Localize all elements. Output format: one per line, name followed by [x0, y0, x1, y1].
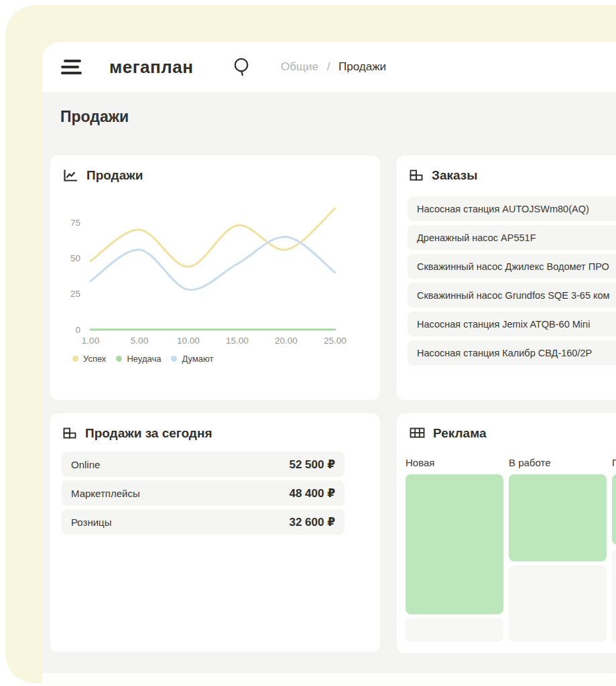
legend-item: Успех	[72, 354, 106, 364]
legend-label: Успех	[83, 354, 106, 364]
breadcrumb-separator: /	[327, 60, 330, 73]
order-list-item[interactable]: Насосная станция AUTOJSWm80(AQ)	[408, 196, 616, 221]
app-window: мегаплан Общие / Продажи Продажи Продажи…	[42, 42, 616, 686]
sales-line-chart: 02550751.005.0010.0015.0020.0025.00	[50, 192, 380, 352]
ads-column: П	[612, 457, 616, 646]
sales-today-row[interactable]: Розницы32 600 ₽	[62, 509, 345, 535]
sales-today-row[interactable]: Online52 500 ₽	[62, 452, 345, 477]
sales-today-card: Продажи за сегодня Online52 500 ₽Маркетп…	[50, 413, 380, 652]
axis-tick-label: 1.00	[82, 336, 99, 346]
axis-tick-label: 20.00	[275, 336, 298, 346]
sales-amount-value: 48 400 ₽	[289, 486, 335, 500]
ads-card-header: Реклама	[397, 413, 616, 441]
axis-tick-label: 50	[70, 253, 80, 263]
order-list-item[interactable]: Скважинный насос Джилекс Водомет ПРО	[408, 254, 616, 279]
legend-color-dot	[116, 356, 122, 362]
breadcrumb-parent[interactable]: Общие	[281, 60, 318, 73]
page-title: Продажи	[60, 108, 129, 126]
axis-tick-label: 0	[75, 325, 80, 335]
legend-label: Неудача	[127, 354, 161, 364]
sales-channel-label: Маркетплейсы	[71, 488, 140, 499]
order-list-item[interactable]: Насосная станция Jemix ATQB-60 Mini	[408, 312, 616, 336]
search-icon[interactable]	[232, 56, 253, 78]
ads-column-header: П	[612, 457, 616, 469]
legend-item: Неудача	[116, 354, 161, 364]
axis-tick-label: 75	[70, 218, 80, 228]
ads-column-header: В работе	[509, 457, 607, 469]
chart-series-Успех	[90, 208, 335, 267]
sales-today-row[interactable]: Маркетплейсы48 400 ₽	[62, 480, 345, 506]
kanban-icon	[408, 425, 426, 441]
axis-tick-label: 25	[70, 289, 80, 299]
card-title: Заказы	[432, 168, 477, 183]
order-item-label: Насосная станция Jemix ATQB-60 Mini	[417, 319, 590, 330]
axis-tick-label: 5.00	[131, 336, 148, 346]
orders-list: Насосная станция AUTOJSWm80(AQ)Дренажный…	[397, 184, 616, 365]
breadcrumb: Общие / Продажи	[281, 60, 386, 74]
sales-chart-card-header: Продажи	[50, 155, 380, 184]
order-item-label: Насосная станция Калибр СВД-160/2P	[417, 348, 592, 358]
sales-today-list: Online52 500 ₽Маркетплейсы48 400 ₽Розниц…	[50, 441, 345, 535]
card-title: Реклама	[433, 426, 487, 441]
app-header: мегаплан Общие / Продажи	[42, 42, 616, 92]
axis-tick-label: 15.00	[226, 336, 249, 346]
ads-column: Новая	[406, 457, 503, 646]
order-item-label: Насосная станция AUTOJSWm80(AQ)	[417, 204, 589, 214]
order-list-item[interactable]: Скважинный насос Grundfos SQE 3-65 ком	[408, 283, 616, 307]
sales-amount-value: 52 500 ₽	[289, 458, 335, 472]
axis-tick-label: 25.00	[324, 336, 347, 346]
ad-card-block[interactable]	[406, 474, 503, 614]
sales-channel-label: Online	[71, 459, 100, 470]
legend-color-dot	[171, 356, 177, 362]
order-list-item[interactable]: Насосная станция Калибр СВД-160/2P	[408, 340, 616, 365]
sales-channel-label: Розницы	[71, 517, 111, 528]
ad-placeholder-block	[406, 618, 503, 642]
ad-placeholder-block	[612, 549, 616, 642]
breadcrumb-current: Продажи	[338, 60, 386, 73]
ad-card-block[interactable]	[612, 474, 616, 545]
sales-amount-value: 32 600 ₽	[289, 515, 335, 529]
sales-today-card-header: Продажи за сегодня	[50, 413, 380, 441]
legend-label: Думают	[182, 354, 213, 364]
ads-card: Реклама НоваяВ работеП	[397, 413, 616, 653]
bottom-fade	[42, 673, 616, 686]
card-title: Продажи за сегодня	[85, 426, 212, 441]
ads-kanban-board: НоваяВ работеП	[406, 457, 616, 646]
order-item-label: Скважинный насос Grundfos SQE 3-65 ком	[417, 290, 610, 301]
order-item-label: Дренажный насос AP551F	[417, 232, 536, 243]
legend-item: Думают	[171, 354, 213, 364]
sales-chart-card: Продажи 02550751.005.0010.0015.0020.0025…	[50, 155, 380, 400]
line-chart-icon	[62, 167, 79, 184]
table-icon	[408, 167, 424, 184]
chart-legend: УспехНеудачаДумают	[72, 354, 213, 364]
axis-tick-label: 10.00	[177, 336, 200, 346]
card-title: Продажи	[86, 168, 143, 183]
legend-color-dot	[72, 356, 78, 362]
order-list-item[interactable]: Дренажный насос AP551F	[408, 225, 616, 250]
table-icon	[62, 425, 78, 441]
order-item-label: Скважинный насос Джилекс Водомет ПРО	[417, 261, 609, 272]
logo[interactable]: мегаплан	[109, 57, 193, 78]
ad-card-block[interactable]	[509, 474, 607, 561]
orders-card: Заказы Насосная станция AUTOJSWm80(AQ)Др…	[397, 155, 616, 400]
ads-column: В работе	[509, 457, 607, 646]
ad-placeholder-block	[509, 565, 607, 642]
ads-column-header: Новая	[406, 457, 503, 469]
orders-card-header: Заказы	[397, 155, 616, 184]
menu-icon[interactable]	[61, 60, 82, 76]
